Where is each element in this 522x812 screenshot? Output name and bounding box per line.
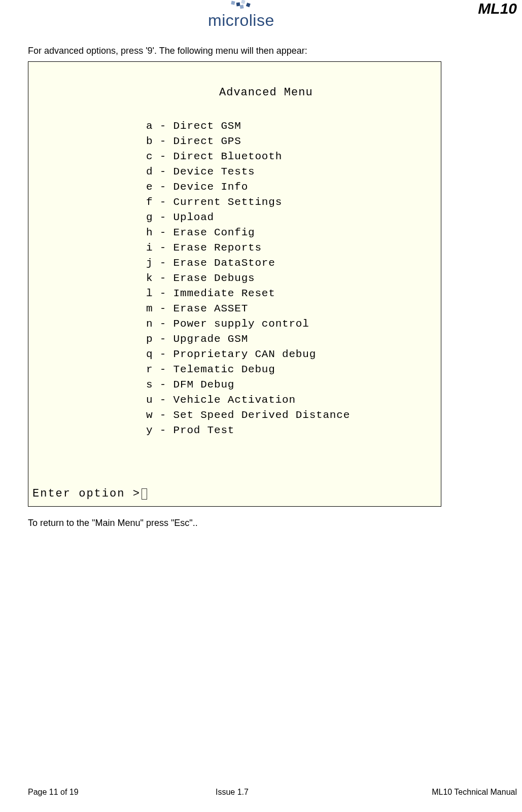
page-content: For advanced options, press '9'. The fol… — [0, 30, 522, 528]
page-number: Page 11 of 19 — [28, 788, 79, 797]
document-code: ML10 — [478, 0, 517, 17]
brand-logo: microlise — [208, 0, 299, 30]
outro-paragraph: To return to the "Main Menu" press "Esc"… — [28, 518, 494, 528]
logo-graphic-icon — [227, 0, 258, 10]
brand-name: microlise — [208, 11, 299, 30]
svg-rect-0 — [231, 1, 235, 5]
issue-number: Issue 1.7 — [216, 788, 249, 797]
cursor-icon — [142, 488, 147, 500]
terminal-prompt: Enter option > — [32, 487, 147, 500]
intro-paragraph: For advanced options, press '9'. The fol… — [28, 46, 494, 56]
page-footer: Page 11 of 19 Issue 1.7 ML10 Technical M… — [28, 788, 517, 797]
terminal-screenshot: Advanced Menu a - Direct GSM b - Direct … — [28, 61, 441, 507]
svg-rect-2 — [241, 0, 246, 4]
svg-rect-1 — [236, 2, 240, 6]
page-header: microlise ML10 — [0, 0, 522, 30]
terminal-menu-list: a - Direct GSM b - Direct GPS c - Direct… — [146, 119, 350, 438]
terminal-menu-title: Advanced Menu — [219, 86, 313, 99]
svg-rect-3 — [240, 5, 244, 9]
svg-rect-4 — [246, 3, 251, 7]
prompt-text: Enter option > — [32, 487, 141, 500]
manual-title: ML10 Technical Manual — [432, 788, 517, 797]
